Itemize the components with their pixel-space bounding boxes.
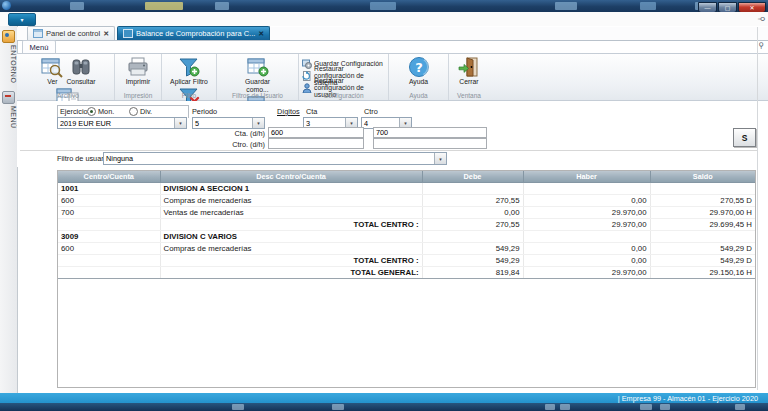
consultar-button[interactable]: Consultar [65,56,96,86]
app-logo-icon [2,1,11,10]
col-header-desc[interactable]: Desc Centro/Cuenta [160,171,422,183]
table-row[interactable]: 600 Compras de mercaderías 549,29 0,00 5… [58,243,755,255]
ribbon-group-filtro: Aplicar Filtro Quitar Filtro Filtro [162,54,217,100]
table-row-total-centro[interactable]: TOTAL CENTRO : 549,29 0,00 549,29 D [58,255,755,267]
cell-debe: 819,84 [422,267,523,279]
periodo-select[interactable]: 5 ▾ [192,117,265,129]
application-window: — ▢ ✕ ▾ ⚲ ▾ ⚲ ENTORNO MENÚ Panel de cont… [0,0,768,411]
cta-dh-from-input[interactable]: 600 [268,127,364,138]
taskbar-item[interactable] [232,404,244,410]
minimize-icon: — [705,5,711,11]
ribbon-group-label: Archivo [22,92,114,99]
cell-saldo: 29.150,16 H [650,267,755,279]
taskbar-item[interactable] [660,404,670,410]
cerrar-button[interactable]: Cerrar [456,56,482,86]
ejercicio-select[interactable]: 2019 EUR EUR ▾ [57,117,187,129]
tab-label: Panel de control [46,29,100,38]
tab-close-icon[interactable]: ✕ [258,30,264,37]
cell-debe: 0,00 [422,207,523,219]
cta-dh-to-input[interactable]: 700 [373,127,487,138]
taskbar-item[interactable] [560,404,570,410]
taskbar-item[interactable] [545,404,555,410]
cell-haber [523,231,650,243]
table-header-row: Centro/Cuenta Desc Centro/Cuenta Debe Ha… [58,171,755,183]
table-row[interactable]: 600 Compras de mercaderías 270,55 0,00 2… [58,195,755,207]
cell-haber: 29.970,00 [523,207,650,219]
cell-saldo: 549,29 D [650,243,755,255]
dropdown-arrow-icon: ▾ [174,118,186,128]
table-row[interactable]: 700 Ventas de mercaderías 0,00 29.970,00… [58,207,755,219]
binoculars-icon [66,56,95,78]
ayuda-button[interactable]: ? Ayuda [406,56,432,86]
button-label: Imprimir [126,78,151,86]
user-filter-label: Filtro de usuario [57,154,109,163]
tab-balance-de-comprobacion[interactable]: Balance de Comprobación para C... ✕ [117,26,270,40]
mon-radio[interactable]: Mon. [87,107,114,116]
cell-centro: 3009 [58,231,160,243]
maximize-button[interactable]: ▢ [718,2,737,12]
pin-vertical-icon[interactable]: ⚲ [758,42,764,50]
tab-close-icon[interactable]: ✕ [103,30,109,37]
cell-haber: 29.970,00 [523,219,650,231]
windows-taskbar [0,403,768,411]
table-row-total-centro[interactable]: TOTAL CENTRO : 270,55 29.970,00 29.699,4… [58,219,755,231]
cell-saldo: 549,29 D [650,255,755,267]
cell-haber: 0,00 [523,195,650,207]
titlebar-decoration [215,2,229,10]
cell-debe: 270,55 [422,195,523,207]
table-row[interactable]: 1001 DIVISION A SECCION 1 [58,183,755,195]
cell-desc: DIVISION A SECCION 1 [160,183,422,195]
balance-table-frame: Centro/Cuenta Desc Centro/Cuenta Debe Ha… [57,170,756,388]
entorno-icon[interactable] [2,30,15,43]
digitos-label[interactable]: Dígitos [277,107,300,116]
window-titlebar: — ▢ ✕ [0,0,768,12]
sidebar-item-menu[interactable]: MENÚ [0,106,17,129]
col-header-debe[interactable]: Debe [422,171,523,183]
cta-label: Cta [306,107,317,116]
pin-horizontal-icon[interactable]: ⚲ [757,16,765,22]
ribbon-tab-menu[interactable]: Menú [22,40,56,54]
guardar-como-button[interactable]: Guardar como... [237,56,279,94]
close-button[interactable]: ✕ [738,2,766,12]
s-button[interactable]: S [733,128,756,147]
col-header-saldo[interactable]: Saldo [650,171,755,183]
app-menu-button[interactable]: ▾ [8,13,36,26]
ribbon-group-label: Ventana [449,92,489,99]
imprimir-button[interactable]: Imprimir [125,56,152,86]
ctro-dh-to-input[interactable] [373,138,487,149]
menu-icon[interactable] [2,91,15,104]
document-tab-strip: Panel de control ✕ Balance de Comprobaci… [17,27,768,41]
minimize-button[interactable]: — [698,2,717,12]
taskbar-item[interactable] [332,404,344,410]
col-header-haber[interactable]: Haber [523,171,650,183]
table-row-total-general[interactable]: TOTAL GENERAL: 819,84 29.970,00 29.150,1… [58,267,755,279]
close-icon: ✕ [749,5,754,11]
cell-saldo: 29.699,45 H [650,219,755,231]
cta-dh-to-value: 700 [376,128,388,137]
ctro-dh-from-input[interactable] [268,138,364,149]
quick-access-row: ▾ [0,12,768,26]
table-search-icon [40,56,64,78]
user-filter-value: Ninguna [104,154,434,163]
ver-button[interactable]: Ver [39,56,65,86]
dock-sidebar: ENTORNO MENÚ [0,26,18,393]
titlebar-decoration [370,2,396,10]
tab-panel-de-control[interactable]: Panel de control ✕ [27,26,115,40]
titlebar-decoration [555,2,577,10]
aplicar-filtro-button[interactable]: Aplicar Filtro [169,56,209,86]
button-label: Ver [40,78,64,86]
user-filter-select[interactable]: Ninguna ▾ [103,152,447,165]
taskbar-item[interactable] [640,404,652,410]
exit-door-icon [457,56,481,78]
taskbar-item[interactable] [735,404,745,410]
cell-desc: DIVISION C VARIOS [160,231,422,243]
div-radio[interactable]: Div. [129,107,152,116]
table-row[interactable]: 3009 DIVISION C VARIOS [58,231,755,243]
sidebar-item-entorno[interactable]: ENTORNO [0,45,17,83]
col-header-centro-cuenta[interactable]: Centro/Cuenta [58,171,160,183]
ejercicio-value: 2019 EUR EUR [58,119,174,128]
cell-saldo [650,183,755,195]
help-icon: ? [407,56,431,78]
cell-desc: TOTAL GENERAL: [160,267,422,279]
ribbon-group-label: Configuración [299,92,388,99]
